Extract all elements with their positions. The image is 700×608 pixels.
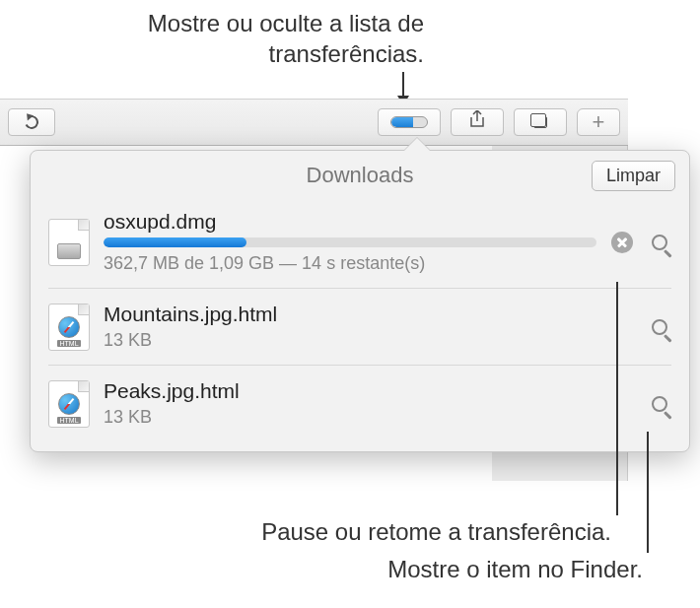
file-name: Mountains.jpg.html <box>104 303 634 326</box>
file-info: Peaks.jpg.html 13 KB <box>104 379 634 428</box>
show-in-finder-button[interactable] <box>648 315 671 339</box>
magnify-icon <box>652 319 667 335</box>
show-tabs-button[interactable] <box>514 108 567 136</box>
show-in-finder-button[interactable] <box>648 392 671 416</box>
file-status: 13 KB <box>104 330 634 351</box>
item-actions <box>648 392 671 416</box>
close-circle-icon <box>611 232 633 253</box>
plus-icon: + <box>593 109 605 135</box>
safari-toolbar: + <box>0 99 628 146</box>
file-name: Peaks.jpg.html <box>104 379 634 403</box>
downloads-button[interactable] <box>378 108 441 136</box>
callout-pause-resume: Pause ou retome a transferência. <box>261 518 611 546</box>
file-name: osxupd.dmg <box>104 210 596 234</box>
download-item[interactable]: HTML Peaks.jpg.html 13 KB <box>48 366 671 441</box>
callout-toggle-downloads: Mostre ou oculte a lista de transferênci… <box>99 8 424 69</box>
downloads-popover: Downloads Limpar osxupd.dmg 362,7 MB de … <box>30 150 690 452</box>
clear-button[interactable]: Limpar <box>592 161 675 191</box>
item-actions <box>648 315 671 339</box>
download-item[interactable]: HTML Mountains.jpg.html 13 KB <box>48 289 671 366</box>
file-status: 362,7 MB de 1,09 GB — 14 s restante(s) <box>104 253 596 274</box>
cancel-download-button[interactable] <box>610 231 634 254</box>
progress-fill <box>104 237 246 247</box>
popover-header: Downloads Limpar <box>31 151 689 196</box>
show-in-finder-button[interactable] <box>648 231 671 254</box>
file-status: 13 KB <box>104 407 634 428</box>
share-button[interactable] <box>451 108 504 136</box>
item-actions <box>610 231 671 254</box>
new-tab-button[interactable]: + <box>577 108 620 136</box>
file-info: Mountains.jpg.html 13 KB <box>104 303 634 351</box>
file-icon-html: HTML <box>48 304 90 351</box>
downloads-progress-icon <box>390 116 428 128</box>
share-icon <box>469 110 485 132</box>
callout-leader-line <box>647 432 649 553</box>
magnify-icon <box>652 396 667 412</box>
file-icon-html: HTML <box>48 380 90 428</box>
callout-leader-line <box>616 282 618 515</box>
progress-bar <box>104 237 596 247</box>
reload-icon <box>23 113 40 131</box>
magnify-icon <box>652 235 667 250</box>
tabs-icon <box>533 116 547 128</box>
download-list: osxupd.dmg 362,7 MB de 1,09 GB — 14 s re… <box>31 196 689 451</box>
callout-show-finder: Mostre o item no Finder. <box>387 556 643 583</box>
file-icon-dmg <box>48 219 90 266</box>
file-info: osxupd.dmg 362,7 MB de 1,09 GB — 14 s re… <box>104 210 596 274</box>
reload-button[interactable] <box>8 108 55 136</box>
popover-title: Downloads <box>44 163 675 188</box>
download-item[interactable]: osxupd.dmg 362,7 MB de 1,09 GB — 14 s re… <box>48 196 671 289</box>
